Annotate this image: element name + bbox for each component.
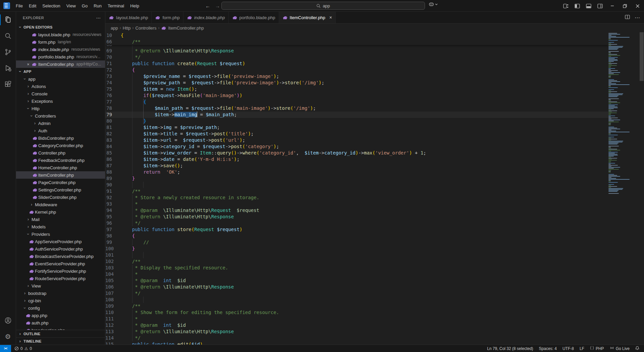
close-tab-icon[interactable]: ×: [329, 15, 332, 20]
explorer-icon[interactable]: [0, 12, 16, 28]
tree-item-Mail[interactable]: ›Mail: [16, 216, 105, 223]
warnings-indicator[interactable]: ⚠ 0: [24, 346, 32, 351]
tree-item-Models[interactable]: ›Models: [16, 223, 105, 230]
tree-item-Console[interactable]: ›Console: [16, 90, 105, 97]
close-editor-icon[interactable]: ×: [25, 62, 32, 67]
code-line[interactable]: 85 $item->view_order = Item::query()->wh…: [105, 150, 608, 156]
settings-gear-icon[interactable]: ⚙: [0, 328, 16, 345]
open-editor-item[interactable]: index.blade.phpresources/views: [16, 46, 105, 53]
indentation[interactable]: Spaces: 4: [539, 346, 557, 351]
code-line[interactable]: 95 * @return \Illuminate\Http\Response: [105, 214, 608, 220]
code-line[interactable]: 75 $item = new Item();: [105, 86, 608, 92]
code-line[interactable]: 101: [105, 252, 608, 258]
tree-item-Actions[interactable]: ›Actions: [16, 83, 105, 90]
tree-item-Middleware[interactable]: ›Middleware: [16, 201, 105, 208]
code-line[interactable]: 70 */: [105, 54, 608, 60]
code-editor[interactable]: 10{66 /** 68 * 69 * @return \Illuminate\…: [105, 32, 644, 345]
open-editor-item[interactable]: layout.blade.phpresources/views: [16, 31, 105, 38]
workspace-root-header[interactable]: › APP: [16, 68, 105, 75]
code-line[interactable]: 92 * Store a newly created resource in s…: [105, 194, 608, 201]
tree-item-auth.php[interactable]: auth.php: [16, 319, 105, 326]
menu-file[interactable]: File: [13, 0, 26, 12]
command-search-input[interactable]: app: [221, 2, 425, 10]
tree-item-PageController.php[interactable]: PageController.php: [16, 179, 105, 186]
tree-item-SettingsController.php[interactable]: SettingsController.php: [16, 186, 105, 193]
menu-selection[interactable]: Selection: [39, 0, 63, 12]
open-editor-item[interactable]: form.phplang/en: [16, 38, 105, 46]
code-line[interactable]: 84 $item->category_id = $request->post('…: [105, 143, 608, 150]
code-line[interactable]: 68 *: [105, 45, 608, 48]
scrollbar-thumb[interactable]: [640, 32, 644, 81]
code-line[interactable]: 78 $main_path = $request->file('main-ima…: [105, 105, 608, 112]
tab-layout.blade.php[interactable]: layout.blade.php: [105, 12, 152, 23]
tree-item-View[interactable]: ›View: [16, 282, 105, 290]
code-line[interactable]: 96 */: [105, 220, 608, 226]
copilot-button[interactable]: [429, 2, 438, 7]
account-icon[interactable]: [0, 312, 16, 328]
tab-portfolio.blade.php[interactable]: portfolio.blade.php: [229, 12, 279, 23]
code-line[interactable]: 80 }: [105, 118, 608, 124]
tree-item-Http[interactable]: ›Http: [16, 105, 105, 112]
code-line[interactable]: 104 *: [105, 271, 608, 277]
code-line[interactable]: 72 {: [105, 67, 608, 73]
toggle-sidebar-icon[interactable]: [572, 0, 583, 12]
code-line[interactable]: 76 if($request->hasFile('main-image')): [105, 92, 608, 99]
tree-item-Exceptions[interactable]: ›Exceptions: [16, 97, 105, 105]
code-line[interactable]: 108: [105, 297, 608, 303]
tree-item-Admin[interactable]: ›Admin: [16, 120, 105, 127]
restore-button[interactable]: [619, 0, 631, 12]
open-editor-item[interactable]: ×ItemController.phpapp/Http/Co...: [16, 60, 105, 68]
tree-item-Controller.php[interactable]: Controller.php: [16, 149, 105, 157]
eol[interactable]: LF: [580, 346, 584, 351]
code-line[interactable]: 90: [105, 182, 608, 188]
tab-index.blade.php[interactable]: index.blade.php: [183, 12, 229, 23]
extensions-icon[interactable]: [0, 76, 16, 92]
tree-item-HomeController.php[interactable]: HomeController.php: [16, 164, 105, 171]
toggle-secondary-sidebar-icon[interactable]: [594, 0, 606, 12]
explorer-more-actions-icon[interactable]: ⋯: [96, 15, 101, 20]
menu-edit[interactable]: Edit: [26, 0, 39, 12]
notifications-bell[interactable]: [635, 346, 639, 351]
breadcrumb-item[interactable]: Http: [123, 26, 131, 31]
code-line[interactable]: 82 $item->title = $request->post('title'…: [105, 131, 608, 137]
code-line[interactable]: 74 $preview_path = $request->file('previ…: [105, 80, 608, 86]
breadcrumb-file[interactable]: ItemController.php: [168, 26, 204, 31]
minimize-button[interactable]: [606, 0, 619, 12]
tree-item-ItemController.php[interactable]: ItemController.php: [16, 171, 105, 179]
code-line[interactable]: 77 {: [105, 99, 608, 105]
code-line[interactable]: 97 public function store(Request $reques…: [105, 226, 608, 233]
code-line[interactable]: 107 */: [105, 290, 608, 297]
code-line[interactable]: 91 /**: [105, 188, 608, 194]
code-line[interactable]: 93 *: [105, 201, 608, 207]
code-line[interactable]: 81 $item->img = $preview_path;: [105, 124, 608, 131]
menu-run[interactable]: Run: [91, 0, 105, 12]
code-line[interactable]: 114 */: [105, 335, 608, 341]
code-line[interactable]: 73 $preview_name = $request->file('previ…: [105, 73, 608, 80]
code-line[interactable]: 87 $item->save();: [105, 163, 608, 169]
minimap[interactable]: [608, 32, 639, 345]
code-line[interactable]: 88 return 'OK';: [105, 169, 608, 175]
code-line[interactable]: 112 * @param int $id: [105, 322, 608, 328]
code-line[interactable]: 66 /**: [105, 39, 608, 45]
code-line[interactable]: 113 * @return \Illuminate\Http\Response: [105, 328, 608, 335]
tree-item-bootstrap[interactable]: ›bootstrap: [16, 290, 105, 297]
tree-item-app[interactable]: ›app: [16, 75, 105, 83]
code-line[interactable]: 100 }: [105, 246, 608, 252]
tree-item-config[interactable]: ›config: [16, 304, 105, 312]
timeline-section-header[interactable]: › TIMELINE: [16, 337, 105, 345]
errors-indicator[interactable]: 0: [14, 346, 23, 351]
code-line[interactable]: 86 $item->date = date('Y-m-d H:i:s');: [105, 156, 608, 163]
code-line[interactable]: 115 public function edit($id): [105, 341, 608, 345]
code-line[interactable]: 10{: [105, 32, 608, 39]
tree-item-RouteServiceProvider.php[interactable]: RouteServiceProvider.php: [16, 275, 105, 282]
tree-item-Kernel.php[interactable]: Kernel.php: [16, 208, 105, 216]
code-line[interactable]: 103 * Display the specified resource.: [105, 265, 608, 271]
tree-item-AppServiceProvider.php[interactable]: AppServiceProvider.php: [16, 238, 105, 245]
code-line[interactable]: 83 $item->url = $request->post('url');: [105, 137, 608, 143]
outline-section-header[interactable]: › OUTLINE: [16, 330, 105, 337]
close-window-button[interactable]: [631, 0, 644, 12]
history-back-icon[interactable]: ←: [205, 3, 210, 9]
cursor-position[interactable]: Ln 79, Col 32 (8 selected): [487, 346, 533, 351]
code-line[interactable]: 105 * @param int $id: [105, 277, 608, 284]
run-debug-icon[interactable]: [0, 60, 16, 76]
